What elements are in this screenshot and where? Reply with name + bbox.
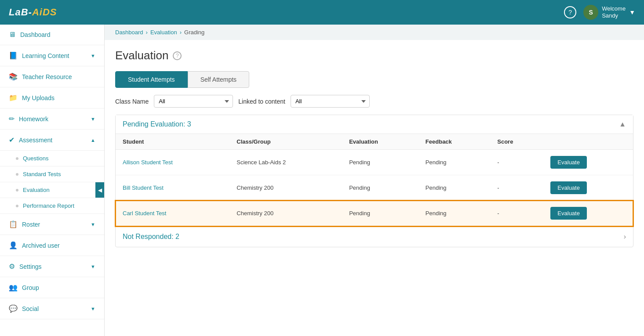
score-cell: - <box>490 175 543 201</box>
header-right: ? S Welcome Sandy ▼ <box>564 5 635 20</box>
collapse-button[interactable]: ▲ <box>619 120 626 128</box>
pending-table: Student Class/Group Evaluation Feedback … <box>116 134 633 226</box>
col-score: Score <box>490 134 543 150</box>
chevron-down-icon: ▼ <box>91 53 95 58</box>
class-name-label: Class Name <box>115 98 149 105</box>
sidebar-item-social[interactable]: 💬 Social ▼ <box>0 298 104 319</box>
sidebar-item-group[interactable]: 👥 Group <box>0 277 104 298</box>
breadcrumb-current: Grading <box>184 29 204 36</box>
settings-icon: ⚙ <box>9 262 15 271</box>
sidebar-item-settings[interactable]: ⚙ Settings ▼ <box>0 256 104 277</box>
chevron-down-icon: ▼ <box>91 306 95 311</box>
sidebar-item-homework[interactable]: ✏ Homework ▼ <box>0 108 104 130</box>
sidebar-item-teacher-resource[interactable]: 📚 Teacher Resource <box>0 66 104 87</box>
table-row: Bill Student Test Chemistry 200 Pending … <box>116 175 633 201</box>
linked-to-content-select[interactable]: All <box>291 95 370 108</box>
feedback-cell: Pending <box>418 201 490 226</box>
student-link[interactable]: Bill Student Test <box>123 184 164 191</box>
student-link[interactable]: Allison Student Test <box>123 159 173 166</box>
class-group-cell: Chemistry 200 <box>229 175 342 201</box>
homework-icon: ✏ <box>9 115 15 123</box>
not-responded-title: Not Responded: 2 <box>123 233 179 241</box>
chevron-down-icon: ▼ <box>91 116 95 122</box>
active-tab-indicator: ◀ <box>95 182 104 198</box>
table-row-highlighted: Carl Student Test Chemistry 200 Pending … <box>116 201 633 226</box>
breadcrumb-dashboard[interactable]: Dashboard <box>115 29 143 36</box>
main-layout: 🖥 Dashboard 📘 Learning Content ▼ 📚 Teach… <box>0 25 644 336</box>
breadcrumb: Dashboard › Evaluation › Grading <box>105 25 644 40</box>
sidebar-item-performance-report[interactable]: Performance Report <box>0 198 104 214</box>
student-name: Bill Student Test <box>116 175 229 201</box>
sidebar-item-questions[interactable]: Questions <box>0 151 104 166</box>
sidebar-item-my-uploads[interactable]: 📁 My Uploads <box>0 87 104 108</box>
page-title: Evaluation ? <box>115 49 633 62</box>
logo-aids: AiDS <box>32 7 57 18</box>
page-help-icon[interactable]: ? <box>173 51 182 60</box>
breadcrumb-separator-1: › <box>146 29 148 36</box>
action-cell: Evaluate <box>543 201 633 226</box>
chevron-down-icon: ▼ <box>91 264 95 269</box>
teacher-resource-icon: 📚 <box>9 72 18 81</box>
group-icon: 👥 <box>9 283 18 292</box>
chevron-up-icon: ▲ <box>91 137 95 143</box>
app-header: LaB-AiDS ? S Welcome Sandy ▼ <box>0 0 644 25</box>
main-content: Dashboard › Evaluation › Grading Evaluat… <box>105 25 644 336</box>
class-name-select[interactable]: All <box>154 95 233 108</box>
student-name: Allison Student Test <box>116 150 229 175</box>
app-logo: LaB-AiDS <box>9 7 57 18</box>
sidebar-item-assessment[interactable]: ✔ Assessment ▲ <box>0 130 104 151</box>
sidebar-item-roster[interactable]: 📋 Roster ▼ <box>0 214 104 235</box>
pending-title: Pending Evaluation: 3 <box>123 120 191 128</box>
evaluation-cell: Pending <box>342 175 418 201</box>
social-icon: 💬 <box>9 304 18 313</box>
linked-to-content-label: Linked to content <box>238 98 285 105</box>
sidebar-item-archived-user[interactable]: 👤 Archived user <box>0 235 104 256</box>
table-header-row: Student Class/Group Evaluation Feedback … <box>116 134 633 150</box>
score-cell: - <box>490 201 543 226</box>
evaluate-button[interactable]: Evaluate <box>550 207 587 220</box>
user-greeting-name: Welcome Sandy <box>602 5 626 19</box>
not-responded-section: Not Responded: 2 › <box>116 226 633 247</box>
feedback-cell: Pending <box>418 175 490 201</box>
action-cell: Evaluate <box>543 150 633 175</box>
col-evaluation: Evaluation <box>342 134 418 150</box>
table-row: Allison Student Test Science Lab-Aids 2 … <box>116 150 633 175</box>
page-content-area: Evaluation ? Student Attempts Self Attem… <box>105 40 644 261</box>
chevron-right-icon: ◀ <box>98 187 102 193</box>
col-class-group: Class/Group <box>229 134 342 150</box>
archived-user-icon: 👤 <box>9 241 18 249</box>
assessment-icon: ✔ <box>9 136 15 144</box>
user-badge[interactable]: S Welcome Sandy ▼ <box>583 5 635 20</box>
dashboard-icon: 🖥 <box>9 31 16 39</box>
roster-icon: 📋 <box>9 220 18 228</box>
evaluation-cell: Pending <box>342 150 418 175</box>
evaluate-button[interactable]: Evaluate <box>550 181 587 194</box>
sidebar-item-learning-content[interactable]: 📘 Learning Content ▼ <box>0 45 104 66</box>
breadcrumb-separator-2: › <box>180 29 182 36</box>
feedback-cell: Pending <box>418 150 490 175</box>
col-feedback: Feedback <box>418 134 490 150</box>
tab-student-attempts[interactable]: Student Attempts <box>115 71 188 88</box>
breadcrumb-evaluation[interactable]: Evaluation <box>150 29 177 36</box>
class-group-cell: Chemistry 200 <box>229 201 342 226</box>
learning-content-icon: 📘 <box>9 51 18 60</box>
evaluation-cell: Pending <box>342 201 418 226</box>
sidebar: 🖥 Dashboard 📘 Learning Content ▼ 📚 Teach… <box>0 25 105 336</box>
class-group-cell: Science Lab-Aids 2 <box>229 150 342 175</box>
col-student: Student <box>116 134 229 150</box>
student-link[interactable]: Carl Student Test <box>123 210 166 217</box>
action-cell: Evaluate <box>543 175 633 201</box>
chevron-right-icon[interactable]: › <box>624 233 626 241</box>
evaluate-button[interactable]: Evaluate <box>550 156 587 169</box>
tabs-container: Student Attempts Self Attempts <box>115 71 633 88</box>
chevron-down-icon: ▼ <box>91 222 95 227</box>
tab-self-attempts[interactable]: Self Attempts <box>188 71 249 88</box>
sidebar-item-standard-tests[interactable]: Standard Tests <box>0 166 104 182</box>
student-name: Carl Student Test <box>116 201 229 226</box>
sidebar-item-evaluation[interactable]: Evaluation ◀ <box>0 182 104 198</box>
help-icon[interactable]: ? <box>564 6 576 18</box>
pending-evaluation-section: Pending Evaluation: 3 ▲ Student Class/Gr… <box>115 115 633 247</box>
filters-container: Class Name All Linked to content All <box>115 95 633 108</box>
sidebar-item-dashboard[interactable]: 🖥 Dashboard <box>0 25 104 45</box>
chevron-down-icon: ▼ <box>629 9 635 16</box>
